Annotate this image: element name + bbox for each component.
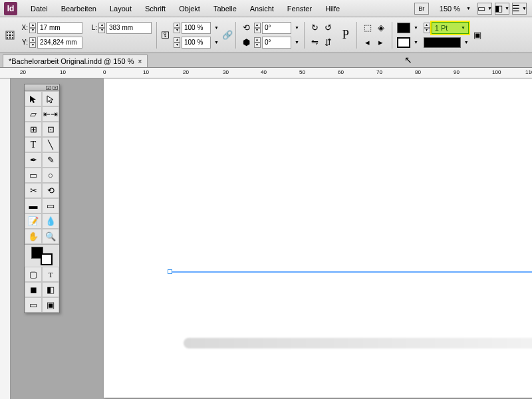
eyedropper-tool[interactable]: 💧	[42, 213, 59, 229]
type-tool[interactable]: T	[25, 137, 42, 152]
chevron-down-icon: ▼	[466, 6, 471, 11]
l-input[interactable]	[106, 22, 152, 34]
canvas[interactable]	[11, 78, 532, 399]
format-text-icon[interactable]: T	[42, 267, 59, 282]
chevron-down-icon[interactable]: ▼	[414, 40, 418, 45]
select-next-icon[interactable]: ▸	[375, 37, 387, 49]
format-container-icon[interactable]: ▢	[25, 267, 42, 282]
scissors-tool[interactable]: ✂	[25, 183, 42, 198]
menu-objekt[interactable]: Objekt	[172, 2, 207, 15]
document-tab[interactable]: *Bachelorarbeit Original.indd @ 150 % ×	[3, 55, 148, 67]
transform-tool[interactable]: ⟲	[42, 183, 59, 198]
svg-point-6	[12, 35, 13, 36]
tab-bar: *Bachelorarbeit Original.indd @ 150 % ×	[0, 53, 532, 68]
line-tool[interactable]: ╲	[42, 137, 59, 152]
chevron-down-icon[interactable]: ▼	[214, 25, 219, 30]
l-label: L:	[88, 24, 97, 31]
rectangle-frame-tool[interactable]: ▭	[25, 168, 42, 183]
select-container-icon[interactable]: ⬚	[362, 22, 374, 34]
menu-hilfe[interactable]: Hilfe	[319, 2, 346, 15]
scale-y-input[interactable]	[182, 37, 211, 49]
l-spinner[interactable]: ▴▾	[98, 23, 105, 33]
screen-mode-button[interactable]: ▭▼	[477, 3, 492, 15]
y-spinner[interactable]: ▴▾	[29, 37, 36, 48]
y-label: Y:	[19, 39, 28, 46]
note-tool[interactable]: 📝	[25, 213, 42, 229]
ruler-vertical	[0, 78, 11, 399]
arrange-button[interactable]: ◧▼	[495, 3, 509, 15]
shadow-element	[184, 338, 532, 348]
chevron-down-icon[interactable]: ▼	[214, 40, 219, 45]
scaley-spinner[interactable]: ▴▾	[174, 37, 180, 48]
preview-icon[interactable]: ▣	[42, 297, 59, 313]
zoom-value: 150 %	[436, 3, 464, 14]
page	[104, 78, 532, 398]
zoom-level[interactable]: 150 % ▼	[436, 3, 471, 14]
shear-input[interactable]	[262, 37, 291, 49]
menu-fenster[interactable]: Fenster	[281, 2, 319, 15]
menu-tabelle[interactable]: Tabelle	[207, 2, 243, 15]
chevron-down-icon[interactable]: ▼	[295, 25, 299, 30]
rotate-cw-icon[interactable]: ↻	[309, 22, 321, 34]
menu-layout[interactable]: Layout	[103, 2, 138, 15]
content-tool-2[interactable]: ⊡	[42, 122, 59, 137]
bridge-button[interactable]: Br	[414, 3, 429, 15]
stroke-style[interactable]	[424, 37, 461, 48]
scalex-spinner[interactable]: ▴▾	[174, 23, 180, 33]
pen-tool[interactable]: ✒	[25, 152, 42, 168]
chevron-down-icon[interactable]: ▼	[295, 40, 299, 45]
menu-ansicht[interactable]: Ansicht	[243, 2, 281, 15]
fill-stroke-control[interactable]	[25, 244, 59, 267]
shear-spinner[interactable]: ▴▾	[254, 37, 261, 48]
close-icon[interactable]: ×	[138, 58, 142, 65]
menu-schrift[interactable]: Schrift	[138, 2, 172, 15]
x-spinner[interactable]: ▴▾	[29, 23, 36, 33]
toolbox-header[interactable]: «×	[25, 84, 59, 91]
selection-handle[interactable]	[168, 269, 172, 274]
select-content-icon[interactable]: ◈	[375, 22, 387, 34]
rotate-input[interactable]	[262, 22, 291, 34]
scale-x-input[interactable]	[182, 22, 211, 34]
tab-title: *Bachelorarbeit Original.indd @ 150 %	[9, 57, 134, 65]
flip-h-icon[interactable]: ⇋	[309, 37, 321, 49]
select-p-icon[interactable]: P	[337, 29, 354, 41]
menu-bearbeiten[interactable]: Bearbeiten	[55, 2, 103, 15]
toolbox: «× ▱ ⇤⇥ ⊞ ⊡ T ╲ ✒ ✎ ▭ ○ ✂ ⟲ ▬ ▭ 📝 💧 ✋ 🔍 …	[24, 84, 60, 313]
y-input[interactable]	[37, 37, 82, 49]
link-icon[interactable]: 🔗	[221, 29, 233, 41]
chevron-down-icon[interactable]: ▼	[414, 25, 418, 30]
rotate-icon: ⟲	[241, 22, 253, 34]
workspace-button[interactable]: ☰▼	[512, 3, 527, 15]
zoom-tool[interactable]: 🔍	[42, 229, 59, 244]
normal-view-icon[interactable]: ▭	[25, 297, 42, 313]
flip-v-icon[interactable]: ⇵	[323, 37, 334, 49]
x-input[interactable]	[37, 22, 82, 34]
rotate-spinner[interactable]: ▴▾	[254, 23, 261, 33]
pencil-tool[interactable]: ✎	[42, 152, 59, 168]
content-tool[interactable]: ⊞	[25, 122, 42, 137]
stroke-spinner[interactable]: ▴▾	[424, 23, 430, 33]
menu-datei[interactable]: Datei	[24, 2, 55, 15]
chevron-down-icon[interactable]: ▼	[464, 40, 469, 45]
constrain-icon[interactable]: ⚿	[159, 29, 171, 41]
reference-point-icon[interactable]	[4, 29, 16, 41]
rotate-ccw-icon[interactable]: ↺	[323, 22, 334, 34]
app-logo: Id	[4, 2, 17, 15]
selected-line[interactable]	[170, 271, 532, 273]
stroke-swatch[interactable]	[397, 37, 410, 48]
apply-gradient-icon[interactable]: ◧	[42, 282, 59, 297]
fill-swatch[interactable]	[397, 23, 410, 33]
stroke-weight-input[interactable]: 1 Pt▼	[432, 22, 469, 34]
hand-tool[interactable]: ✋	[25, 229, 42, 244]
gradient-swatch-tool[interactable]: ▬	[25, 198, 42, 213]
direct-selection-tool[interactable]	[42, 91, 59, 106]
effects-icon[interactable]: ▣	[471, 29, 483, 41]
ellipse-tool[interactable]: ○	[42, 168, 59, 183]
selection-tool[interactable]	[25, 91, 42, 106]
page-tool[interactable]: ▱	[25, 106, 42, 122]
menu-bar: Id Datei Bearbeiten Layout Schrift Objek…	[0, 0, 532, 17]
apply-color-icon[interactable]: ◼	[25, 282, 42, 297]
gap-tool[interactable]: ⇤⇥	[42, 106, 59, 122]
select-prev-icon[interactable]: ◂	[362, 37, 374, 49]
gradient-feather-tool[interactable]: ▭	[42, 198, 59, 213]
